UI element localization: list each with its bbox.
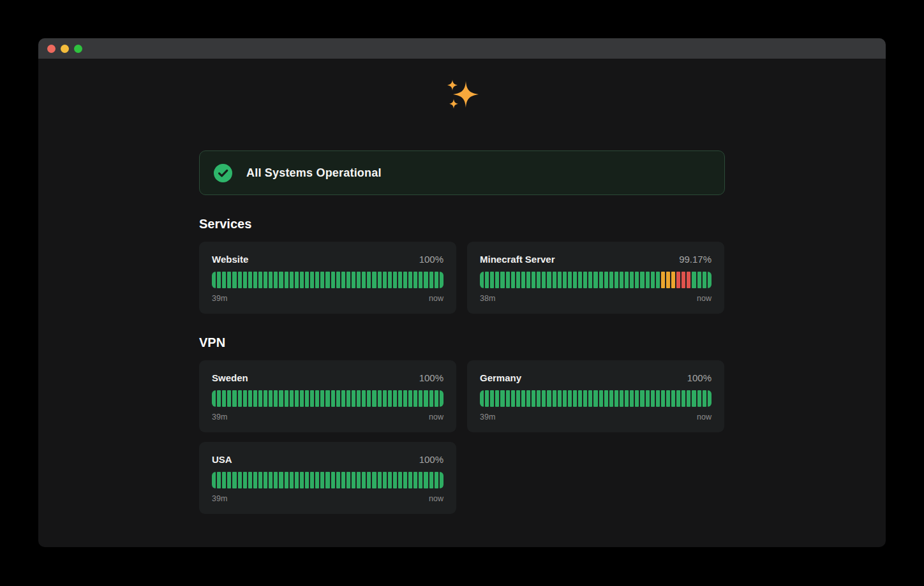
uptime-segment-up — [243, 472, 247, 488]
uptime-segment-up — [609, 390, 613, 407]
uptime-segment-up — [692, 390, 696, 407]
uptime-segment-up — [388, 390, 392, 407]
time-range-start: 39m — [480, 413, 495, 421]
time-range-start: 39m — [212, 494, 227, 503]
uptime-segment-up — [615, 390, 618, 407]
uptime-bar — [212, 390, 443, 407]
uptime-segment-up — [248, 272, 252, 288]
uptime-segment-up — [495, 390, 499, 407]
monitor-card: Minecraft Server 99.17% 38m now — [467, 242, 724, 314]
uptime-segment-up — [357, 390, 361, 407]
uptime-segment-up — [403, 272, 407, 288]
uptime-segment-up — [290, 390, 294, 407]
uptime-segment-up — [440, 472, 443, 488]
uptime-segment-up — [640, 272, 644, 288]
uptime-segment-up — [232, 272, 236, 288]
uptime-segment-up — [532, 390, 535, 407]
uptime-segment-up — [378, 272, 382, 288]
uptime-segment-up — [506, 272, 510, 288]
uptime-segment-up — [511, 272, 515, 288]
uptime-segment-down — [682, 272, 685, 288]
uptime-segment-up — [578, 272, 582, 288]
uptime-segment-up — [285, 390, 288, 407]
uptime-segment-up — [258, 272, 262, 288]
uptime-segment-up — [362, 272, 366, 288]
uptime-segment-up — [300, 272, 304, 288]
uptime-segment-up — [320, 390, 324, 407]
uptime-segment-up — [532, 272, 535, 288]
uptime-segment-up — [480, 390, 484, 407]
uptime-segment-up — [651, 272, 655, 288]
uptime-segment-degraded — [661, 272, 665, 288]
uptime-segment-up — [526, 390, 530, 407]
overall-status-text: All Systems Operational — [246, 166, 382, 180]
uptime-segment-up — [274, 272, 278, 288]
minimize-window-button[interactable] — [61, 45, 69, 53]
monitor-name: USA — [212, 454, 232, 465]
monitor-grid: Website 100% 39m now Minecraft Server 99… — [199, 242, 725, 314]
uptime-segment-up — [378, 390, 382, 407]
uptime-segment-up — [651, 390, 655, 407]
maximize-window-button[interactable] — [74, 45, 82, 53]
uptime-segment-up — [305, 272, 309, 288]
uptime-segment-up — [227, 390, 231, 407]
uptime-segment-up — [547, 272, 551, 288]
uptime-segment-up — [393, 390, 397, 407]
uptime-segment-degraded — [671, 272, 675, 288]
uptime-segment-up — [646, 390, 650, 407]
uptime-segment-up — [341, 472, 345, 488]
uptime-segment-up — [367, 390, 371, 407]
uptime-segment-up — [227, 472, 231, 488]
uptime-segment-up — [310, 472, 314, 488]
close-window-button[interactable] — [47, 45, 56, 53]
uptime-segment-up — [583, 390, 587, 407]
uptime-percentage: 100% — [419, 454, 443, 465]
uptime-segment-up — [227, 272, 231, 288]
uptime-segment-up — [537, 390, 540, 407]
uptime-segment-up — [435, 390, 438, 407]
uptime-segment-up — [295, 272, 299, 288]
uptime-segment-up — [414, 390, 417, 407]
section-title: Services — [199, 217, 725, 231]
uptime-segment-up — [414, 472, 417, 488]
uptime-segment-up — [692, 272, 696, 288]
uptime-segment-up — [285, 472, 288, 488]
monitor-card: Website 100% 39m now — [199, 242, 456, 314]
uptime-segment-up — [352, 472, 355, 488]
uptime-segment-up — [378, 472, 382, 488]
uptime-percentage: 100% — [419, 372, 443, 383]
uptime-segment-up — [279, 272, 283, 288]
time-range-start: 39m — [212, 294, 227, 303]
uptime-segment-up — [480, 272, 484, 288]
uptime-segment-up — [568, 272, 572, 288]
monitor-name: Germany — [480, 372, 521, 383]
uptime-percentage: 100% — [419, 254, 443, 265]
uptime-segment-up — [558, 272, 562, 288]
monitor-card: Germany 100% 39m now — [467, 360, 724, 432]
uptime-segment-up — [248, 472, 252, 488]
uptime-segment-up — [563, 272, 567, 288]
uptime-bar — [480, 272, 712, 288]
uptime-segment-up — [290, 472, 294, 488]
uptime-segment-up — [697, 272, 701, 288]
uptime-segment-up — [341, 272, 345, 288]
uptime-segment-up — [279, 390, 283, 407]
uptime-segment-up — [708, 390, 712, 407]
uptime-segment-up — [490, 272, 494, 288]
uptime-segment-up — [403, 472, 407, 488]
uptime-segment-up — [325, 390, 329, 407]
uptime-segment-up — [269, 272, 272, 288]
time-range-end: now — [429, 494, 443, 503]
uptime-segment-up — [290, 272, 294, 288]
uptime-segment-up — [703, 272, 706, 288]
uptime-segment-up — [341, 390, 345, 407]
uptime-segment-up — [222, 472, 226, 488]
uptime-segment-up — [440, 390, 443, 407]
monitor-card: Sweden 100% 39m now — [199, 360, 456, 432]
monitor-grid: Sweden 100% 39m now Germany 100% 39m now… — [199, 360, 725, 514]
uptime-percentage: 99.17% — [679, 254, 712, 265]
uptime-segment-up — [346, 472, 350, 488]
uptime-segment-up — [666, 390, 670, 407]
uptime-segment-up — [310, 390, 314, 407]
sparkles-icon — [199, 77, 725, 112]
